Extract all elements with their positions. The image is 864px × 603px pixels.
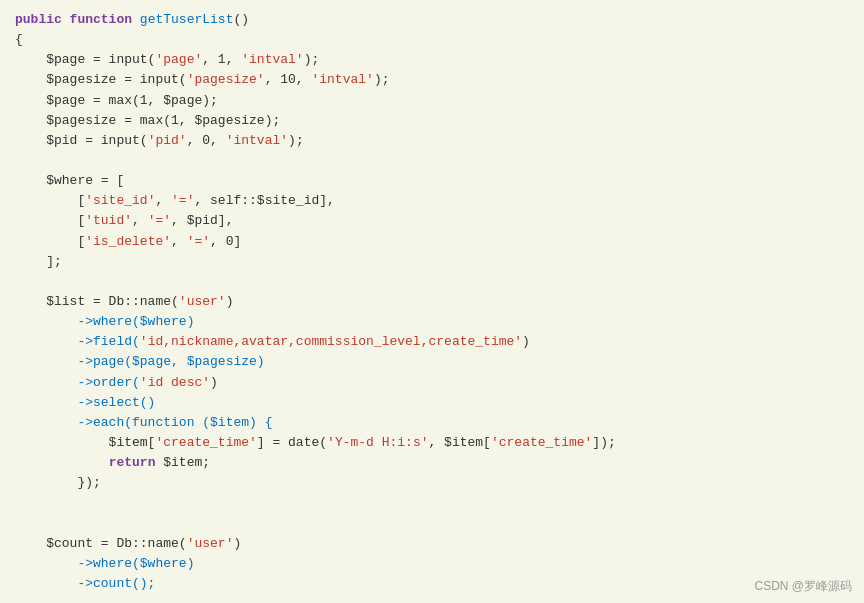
code-line: public function getTuserList() <box>15 10 849 30</box>
code-line <box>15 272 849 292</box>
code-line: }); <box>15 473 849 493</box>
code-line: ->where($where) <box>15 554 849 574</box>
code-line: ]; <box>15 252 849 272</box>
code-line <box>15 493 849 513</box>
code-line: ->order('id desc') <box>15 373 849 393</box>
code-line: { <box>15 30 849 50</box>
code-line: $pagesize = input('pagesize', 10, 'intva… <box>15 70 849 90</box>
code-line: return $item; <box>15 453 849 473</box>
code-line: ->page($page, $pagesize) <box>15 352 849 372</box>
code-line: ['is_delete', '=', 0] <box>15 232 849 252</box>
watermark: CSDN @罗峰源码 <box>754 578 852 595</box>
code-line: $list = Db::name('user') <box>15 292 849 312</box>
code-block: public function getTuserList(){ $page = … <box>0 0 864 603</box>
code-line: ->field('id,nickname,avatar,commission_l… <box>15 332 849 352</box>
code-line: $pid = input('pid', 0, 'intval'); <box>15 131 849 151</box>
code-line <box>15 514 849 534</box>
code-line: $item['create_time'] = date('Y-m-d H:i:s… <box>15 433 849 453</box>
code-line: $where = [ <box>15 171 849 191</box>
code-line: ->each(function ($item) { <box>15 413 849 433</box>
code-line: ['site_id', '=', self::$site_id], <box>15 191 849 211</box>
code-line: ->select() <box>15 393 849 413</box>
code-line: ->where($where) <box>15 312 849 332</box>
code-line: $page = input('page', 1, 'intval'); <box>15 50 849 70</box>
code-line <box>15 594 849 603</box>
code-line: ->count(); <box>15 574 849 594</box>
code-line: $pagesize = max(1, $pagesize); <box>15 111 849 131</box>
code-line: $count = Db::name('user') <box>15 534 849 554</box>
code-line <box>15 151 849 171</box>
code-line: ['tuid', '=', $pid], <box>15 211 849 231</box>
code-line: $page = max(1, $page); <box>15 91 849 111</box>
